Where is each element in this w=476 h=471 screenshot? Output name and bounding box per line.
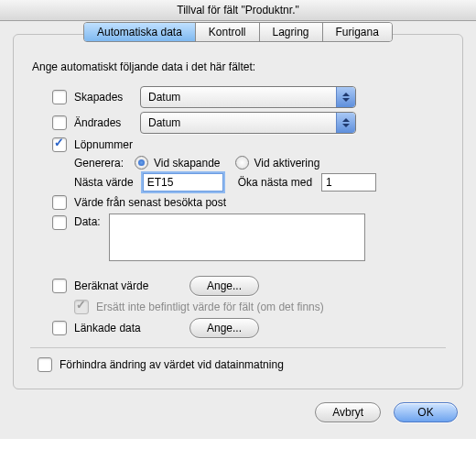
checkbox-last-visited[interactable]	[52, 195, 67, 210]
options-dialog: Tillval för fält "Produktnr." Automatisk…	[0, 0, 476, 439]
row-data: Data:	[52, 214, 446, 261]
row-created: Skapades Datum	[52, 86, 446, 108]
row-lookup: Länkade data Ange...	[52, 318, 446, 338]
intro-text: Ange automatiskt följande data i det här…	[32, 60, 446, 73]
input-next-value[interactable]	[143, 173, 223, 192]
row-serial: Löpnummer	[52, 137, 446, 152]
tab-storage[interactable]: Lagring	[260, 23, 323, 41]
select-modified-value: Datum	[148, 116, 180, 129]
button-lookup-specify[interactable]: Ange...	[189, 318, 259, 338]
row-serial-generate: Generera: Vid skapande Vid aktivering	[74, 156, 446, 170]
checkbox-noreplace	[74, 300, 89, 314]
select-created[interactable]: Datum	[140, 86, 356, 108]
tab-auto-enter[interactable]: Automatiska data	[84, 23, 196, 41]
label-generate: Generera:	[74, 157, 124, 170]
checkbox-calculated[interactable]	[52, 279, 67, 293]
row-calculated: Beräknat värde Ange...	[52, 276, 446, 296]
updown-icon	[336, 113, 355, 133]
tab-strip-wrap: Automatiska data Kontroll Lagring Furiga…	[14, 22, 462, 42]
checkbox-created[interactable]	[52, 90, 67, 104]
label-modified: Ändrades	[74, 116, 140, 129]
row-modified: Ändrades Datum	[52, 112, 446, 134]
label-prohibit: Förhindra ändring av värdet vid datainma…	[60, 358, 284, 371]
select-created-value: Datum	[148, 91, 180, 104]
label-created: Skapades	[74, 91, 140, 104]
separator	[30, 347, 446, 348]
select-modified[interactable]: Datum	[140, 112, 356, 134]
window-title: Tillval för fält "Produktnr."	[177, 4, 298, 16]
tab-furigana[interactable]: Furigana	[323, 23, 392, 41]
radio-on-create[interactable]	[135, 156, 148, 170]
title-bar: Tillval för fält "Produktnr."	[0, 0, 476, 21]
dialog-body: Automatiska data Kontroll Lagring Furiga…	[0, 21, 476, 439]
row-last-visited: Värde från senast besökta post	[52, 195, 446, 210]
row-serial-values: Nästa värde Öka nästa med	[74, 173, 446, 192]
row-prohibit: Förhindra ändring av värdet vid datainma…	[38, 357, 446, 372]
label-last-visited: Värde från senast besökta post	[74, 196, 226, 209]
checkbox-serial[interactable]	[52, 137, 67, 152]
checkbox-data[interactable]	[52, 215, 67, 230]
label-data: Data:	[74, 215, 109, 228]
dialog-footer: Avbryt OK	[13, 402, 463, 422]
input-increment[interactable]	[321, 173, 376, 192]
textarea-data[interactable]	[109, 214, 365, 261]
tab-strip: Automatiska data Kontroll Lagring Furiga…	[83, 22, 393, 42]
label-serial: Löpnummer	[74, 138, 133, 151]
checkbox-lookup[interactable]	[52, 321, 67, 335]
label-calculated: Beräknat värde	[74, 279, 189, 292]
cancel-button[interactable]: Avbryt	[315, 402, 381, 422]
options-panel: Automatiska data Kontroll Lagring Furiga…	[13, 34, 463, 389]
radio-on-commit[interactable]	[235, 156, 249, 170]
row-noreplace: Ersätt inte befintligt värde för fält (o…	[74, 300, 446, 314]
label-on-commit: Vid aktivering	[254, 157, 320, 170]
label-increment: Öka nästa med	[238, 176, 312, 189]
label-next-value: Nästa värde	[74, 176, 134, 189]
checkbox-prohibit[interactable]	[38, 357, 52, 372]
button-calc-specify[interactable]: Ange...	[189, 276, 259, 296]
label-on-create: Vid skapande	[154, 157, 221, 170]
updown-icon	[336, 87, 355, 107]
label-lookup: Länkade data	[74, 322, 189, 334]
tab-validation[interactable]: Kontroll	[196, 23, 260, 41]
ok-button[interactable]: OK	[394, 402, 458, 422]
label-noreplace: Ersätt inte befintligt värde för fält (o…	[96, 301, 324, 313]
checkbox-modified[interactable]	[52, 115, 67, 130]
